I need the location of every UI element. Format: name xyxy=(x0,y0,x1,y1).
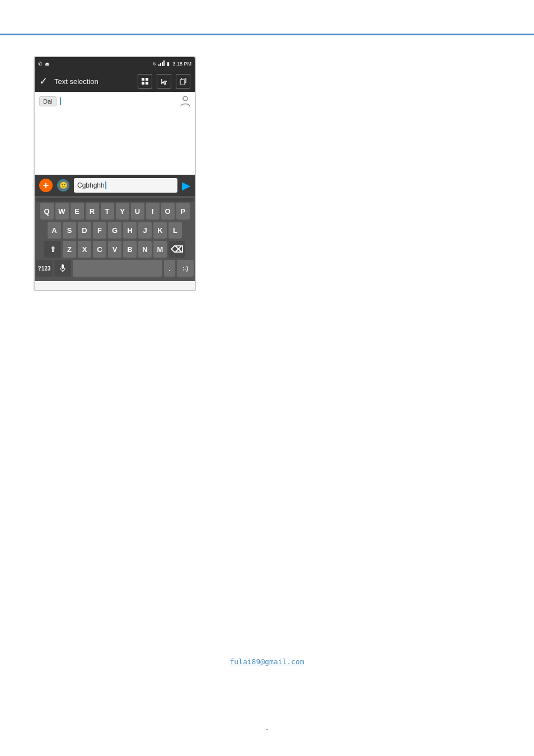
key-W[interactable]: W xyxy=(55,203,69,220)
smiley-key[interactable]: :-) xyxy=(177,260,194,277)
period-key[interactable]: . xyxy=(164,260,175,277)
keyboard-row-4: ?123 . :-) xyxy=(36,260,194,277)
top-border xyxy=(0,34,534,35)
key-T[interactable]: T xyxy=(101,203,114,220)
key-C[interactable]: C xyxy=(93,241,106,258)
key-Q[interactable]: Q xyxy=(40,203,54,220)
email-link-container: fulai89@gmail.com xyxy=(0,656,534,666)
status-left-icons: ✆ ⏏ xyxy=(38,61,50,67)
numbers-key[interactable]: ?123 xyxy=(36,260,53,277)
key-M[interactable]: M xyxy=(153,241,167,258)
content-area: Dai xyxy=(35,92,195,175)
key-I[interactable]: I xyxy=(146,203,160,220)
key-J[interactable]: J xyxy=(138,222,152,239)
key-F[interactable]: F xyxy=(93,222,106,239)
keyboard: Q W E R T Y U I O P A S D F G H J K L ⇧ … xyxy=(35,196,195,281)
svg-point-10 xyxy=(183,96,188,101)
key-P[interactable]: P xyxy=(176,203,190,220)
wifi-icon: ✆ xyxy=(38,61,43,67)
headphone-icon: ⏏ xyxy=(45,61,50,67)
emoji-button[interactable]: 🙂 xyxy=(57,179,69,192)
checkmark-icon[interactable]: ✓ xyxy=(39,75,48,87)
key-R[interactable]: R xyxy=(86,203,99,220)
key-D[interactable]: D xyxy=(78,222,91,239)
key-B[interactable]: B xyxy=(123,241,137,258)
svg-rect-6 xyxy=(142,82,144,85)
svg-rect-0 xyxy=(158,64,160,66)
key-S[interactable]: S xyxy=(63,222,76,239)
key-V[interactable]: V xyxy=(108,241,121,258)
key-N[interactable]: N xyxy=(138,241,152,258)
person-icon[interactable] xyxy=(179,95,191,108)
mic-key[interactable] xyxy=(54,260,71,277)
keyboard-row-1: Q W E R T Y U I O P xyxy=(36,203,194,220)
copy-icon[interactable] xyxy=(176,74,190,88)
text-cursor xyxy=(105,181,106,189)
svg-rect-2 xyxy=(162,62,163,66)
backspace-key[interactable]: ⌫ xyxy=(168,241,185,258)
key-K[interactable]: K xyxy=(153,222,167,239)
key-Y[interactable]: Y xyxy=(116,203,129,220)
key-E[interactable]: E xyxy=(71,203,84,220)
send-button[interactable]: ▶ xyxy=(182,179,190,192)
message-input[interactable]: Cgbhghh xyxy=(74,178,177,193)
grid-icon[interactable] xyxy=(138,74,152,88)
select-icon[interactable] xyxy=(157,74,171,88)
signal-icon xyxy=(158,60,165,67)
key-Z[interactable]: Z xyxy=(63,241,76,258)
action-icons xyxy=(138,74,190,88)
key-G[interactable]: G xyxy=(108,222,121,239)
key-U[interactable]: U xyxy=(131,203,144,220)
email-link[interactable]: fulai89@gmail.com xyxy=(229,657,304,666)
key-O[interactable]: O xyxy=(161,203,175,220)
recipient-cursor xyxy=(60,97,61,105)
key-L[interactable]: L xyxy=(168,222,182,239)
text-selection-label: Text selection xyxy=(54,77,133,86)
keyboard-top-strip xyxy=(36,198,194,202)
message-text: Cgbhghh xyxy=(77,181,105,189)
svg-rect-4 xyxy=(142,78,144,81)
sync-icon: ↻ xyxy=(153,62,157,67)
battery-icon: ▮ xyxy=(167,61,170,67)
status-bar: ✆ ⏏ ↻ ▮ 3:18 PM xyxy=(35,57,195,71)
compose-bar: + 🙂 Cgbhghh ▶ xyxy=(35,175,195,196)
add-attachment-button[interactable]: + xyxy=(39,179,53,192)
bottom-dash: - xyxy=(266,725,269,734)
svg-rect-7 xyxy=(146,82,148,85)
svg-rect-3 xyxy=(163,60,165,66)
keyboard-row-2: A S D F G H J K L xyxy=(36,222,194,239)
phone-mockup: ✆ ⏏ ↻ ▮ 3:18 PM ✓ Text selection xyxy=(34,56,196,291)
key-A[interactable]: A xyxy=(48,222,61,239)
recipient-chip[interactable]: Dai xyxy=(39,96,57,106)
key-H[interactable]: H xyxy=(123,222,137,239)
shift-key[interactable]: ⇧ xyxy=(44,241,61,258)
time-display: 3:18 PM xyxy=(172,61,191,67)
space-key[interactable] xyxy=(73,260,162,277)
keyboard-row-3: ⇧ Z X C V B N M ⌫ xyxy=(36,241,194,258)
recipient-row: Dai xyxy=(39,96,190,106)
svg-rect-5 xyxy=(146,78,148,81)
key-X[interactable]: X xyxy=(78,241,91,258)
action-bar: ✓ Text selection xyxy=(35,71,195,92)
svg-rect-9 xyxy=(180,80,185,85)
status-right-icons: ↻ ▮ 3:18 PM xyxy=(153,60,191,67)
svg-rect-11 xyxy=(62,264,64,269)
svg-rect-1 xyxy=(160,63,161,66)
